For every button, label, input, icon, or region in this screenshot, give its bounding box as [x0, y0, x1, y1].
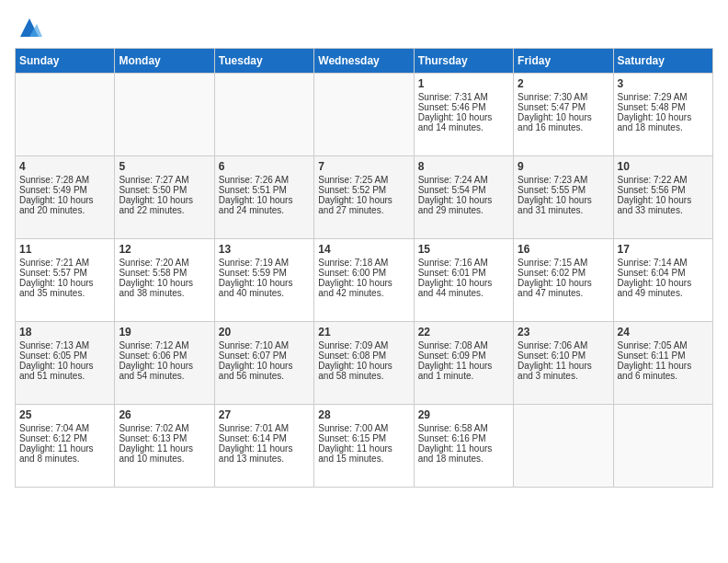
calendar-cell: 14Sunrise: 7:18 AMSunset: 6:00 PMDayligh… — [314, 239, 414, 322]
day-number: 28 — [318, 408, 409, 421]
cell-content: Sunset: 5:47 PM — [518, 102, 609, 112]
calendar-cell: 17Sunrise: 7:14 AMSunset: 6:04 PMDayligh… — [613, 239, 712, 322]
calendar-cell — [115, 74, 214, 156]
cell-content: and 56 minutes. — [219, 371, 310, 381]
cell-content: Daylight: 10 hours — [119, 278, 210, 288]
day-number: 26 — [119, 408, 210, 421]
calendar-cell — [314, 74, 414, 156]
calendar-cell: 5Sunrise: 7:27 AMSunset: 5:50 PMDaylight… — [115, 156, 214, 239]
header-row: SundayMondayTuesdayWednesdayThursdayFrid… — [16, 49, 713, 74]
cell-content: Daylight: 10 hours — [119, 361, 210, 371]
cell-content: and 33 minutes. — [618, 205, 709, 215]
cell-content: and 40 minutes. — [219, 288, 310, 298]
day-number: 17 — [618, 243, 709, 256]
cell-content: Sunset: 6:04 PM — [618, 268, 709, 278]
cell-content: and 38 minutes. — [119, 288, 210, 298]
cell-content: Daylight: 11 hours — [418, 443, 509, 454]
calendar-cell: 13Sunrise: 7:19 AMSunset: 5:59 PMDayligh… — [214, 239, 313, 322]
logo — [15, 15, 42, 40]
cell-content: Daylight: 11 hours — [318, 443, 409, 454]
cell-content: Sunrise: 7:08 AM — [418, 340, 509, 350]
calendar-cell: 22Sunrise: 7:08 AMSunset: 6:09 PMDayligh… — [414, 322, 513, 405]
calendar-cell: 4Sunrise: 7:28 AMSunset: 5:49 PMDaylight… — [16, 156, 115, 239]
day-number: 24 — [618, 326, 709, 339]
cell-content: Sunrise: 7:29 AM — [618, 92, 709, 102]
cell-content: Sunset: 6:11 PM — [618, 350, 709, 361]
cell-content: and 51 minutes. — [19, 371, 110, 381]
cell-content: and 18 minutes. — [418, 454, 509, 464]
calendar-cell: 25Sunrise: 7:04 AMSunset: 6:12 PMDayligh… — [16, 405, 115, 488]
cell-content: Sunset: 6:07 PM — [219, 350, 310, 361]
cell-content: Daylight: 11 hours — [119, 443, 210, 454]
cell-content: Sunset: 5:49 PM — [19, 185, 110, 195]
page-header — [15, 15, 713, 40]
day-number: 12 — [119, 243, 210, 256]
cell-content: Sunrise: 7:19 AM — [219, 258, 310, 268]
cell-content: Daylight: 10 hours — [19, 278, 110, 288]
cell-content: Sunrise: 7:24 AM — [418, 175, 509, 185]
header-cell-tuesday: Tuesday — [214, 49, 313, 74]
cell-content: Sunset: 6:12 PM — [19, 433, 110, 443]
day-number: 4 — [19, 160, 110, 173]
cell-content: Sunrise: 6:58 AM — [418, 423, 509, 433]
day-number: 6 — [219, 160, 310, 173]
cell-content: Sunset: 6:08 PM — [318, 350, 409, 361]
cell-content: Sunset: 5:46 PM — [418, 102, 509, 112]
day-number: 10 — [618, 160, 709, 173]
cell-content: Sunrise: 7:05 AM — [618, 340, 709, 350]
cell-content: and 20 minutes. — [19, 205, 110, 215]
cell-content: and 10 minutes. — [119, 454, 210, 464]
cell-content: Daylight: 10 hours — [19, 361, 110, 371]
day-number: 7 — [318, 160, 409, 173]
cell-content: and 6 minutes. — [618, 371, 709, 381]
week-row: 4Sunrise: 7:28 AMSunset: 5:49 PMDaylight… — [16, 156, 713, 239]
cell-content: Daylight: 10 hours — [618, 112, 709, 122]
cell-content: Daylight: 10 hours — [318, 195, 409, 205]
day-number: 21 — [318, 326, 409, 339]
day-number: 3 — [618, 77, 709, 90]
day-number: 18 — [19, 326, 110, 339]
cell-content: Daylight: 10 hours — [518, 278, 609, 288]
cell-content: Sunset: 5:48 PM — [618, 102, 709, 112]
calendar-cell: 9Sunrise: 7:23 AMSunset: 5:55 PMDaylight… — [514, 156, 613, 239]
header-cell-thursday: Thursday — [414, 49, 513, 74]
cell-content: Daylight: 10 hours — [318, 278, 409, 288]
cell-content: and 47 minutes. — [518, 288, 609, 298]
day-number: 16 — [518, 243, 609, 256]
cell-content: Sunset: 6:02 PM — [518, 268, 609, 278]
cell-content: Sunrise: 7:06 AM — [518, 340, 609, 350]
calendar-cell — [16, 74, 115, 156]
calendar-cell: 28Sunrise: 7:00 AMSunset: 6:15 PMDayligh… — [314, 405, 414, 488]
calendar-cell: 2Sunrise: 7:30 AMSunset: 5:47 PMDaylight… — [514, 74, 613, 156]
header-cell-wednesday: Wednesday — [314, 49, 414, 74]
cell-content: Sunrise: 7:20 AM — [119, 258, 210, 268]
calendar-cell: 10Sunrise: 7:22 AMSunset: 5:56 PMDayligh… — [613, 156, 712, 239]
day-number: 22 — [418, 326, 509, 339]
cell-content: Sunset: 6:00 PM — [318, 268, 409, 278]
calendar-cell: 24Sunrise: 7:05 AMSunset: 6:11 PMDayligh… — [613, 322, 712, 405]
week-row: 1Sunrise: 7:31 AMSunset: 5:46 PMDaylight… — [16, 74, 713, 156]
calendar-cell: 3Sunrise: 7:29 AMSunset: 5:48 PMDaylight… — [613, 74, 712, 156]
cell-content: Sunset: 5:54 PM — [418, 185, 509, 195]
cell-content: Sunrise: 7:28 AM — [19, 175, 110, 185]
cell-content: Sunset: 6:09 PM — [418, 350, 509, 361]
cell-content: Daylight: 10 hours — [618, 278, 709, 288]
cell-content: Sunset: 6:15 PM — [318, 433, 409, 443]
cell-content: and 13 minutes. — [219, 454, 310, 464]
calendar-cell: 20Sunrise: 7:10 AMSunset: 6:07 PMDayligh… — [214, 322, 313, 405]
day-number: 11 — [19, 243, 110, 256]
cell-content: Sunset: 5:52 PM — [318, 185, 409, 195]
cell-content: and 54 minutes. — [119, 371, 210, 381]
cell-content: Daylight: 11 hours — [418, 361, 509, 371]
cell-content: Sunrise: 7:13 AM — [19, 340, 110, 350]
cell-content: and 49 minutes. — [618, 288, 709, 298]
cell-content: and 24 minutes. — [219, 205, 310, 215]
calendar-cell: 6Sunrise: 7:26 AMSunset: 5:51 PMDaylight… — [214, 156, 313, 239]
cell-content: Sunset: 6:13 PM — [119, 433, 210, 443]
cell-content: Daylight: 10 hours — [219, 195, 310, 205]
logo-icon — [17, 15, 42, 40]
cell-content: and 27 minutes. — [318, 205, 409, 215]
cell-content: Sunrise: 7:21 AM — [19, 258, 110, 268]
calendar-cell: 27Sunrise: 7:01 AMSunset: 6:14 PMDayligh… — [214, 405, 313, 488]
cell-content: Sunset: 5:58 PM — [119, 268, 210, 278]
